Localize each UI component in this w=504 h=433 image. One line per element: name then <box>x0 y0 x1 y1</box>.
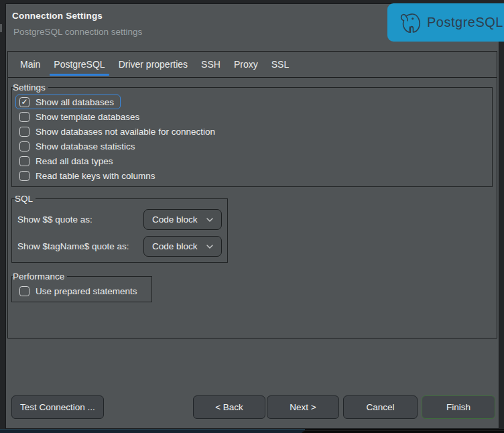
sql-group-legend: SQL <box>15 194 36 204</box>
window-edge-notch <box>0 24 2 32</box>
tab-content: Settings ✓ Show all databases ✓ Show tem… <box>8 78 497 338</box>
postgresql-elephant-icon <box>398 11 421 35</box>
tagname-quote-label: Show $tagName$ quote as: <box>17 241 143 251</box>
checkbox-box: ✓ <box>19 286 29 296</box>
performance-group: Performance ✓ Use prepared statements <box>11 271 152 302</box>
sql-group: SQL Show $$ quote as: Code block Show $t… <box>11 194 228 263</box>
tab-proxy[interactable]: Proxy <box>227 52 265 77</box>
checkbox-box: ✓ <box>19 97 29 107</box>
settings-group-legend: Settings <box>13 82 48 92</box>
connection-settings-dialog: Connection Settings PostgreSQL connectio… <box>5 3 499 429</box>
checkbox-label: Show databases not available for connect… <box>36 127 215 137</box>
test-connection-button[interactable]: Test Connection ... <box>11 395 104 419</box>
tab-ssl[interactable]: SSL <box>265 52 296 77</box>
tab-main[interactable]: Main <box>13 52 47 77</box>
background-window-right <box>302 430 504 433</box>
selected-value: Code block <box>152 214 198 225</box>
checkbox-show-template-databases[interactable]: ✓ Show template databases <box>15 109 146 124</box>
settings-group: Settings ✓ Show all databases ✓ Show tem… <box>11 82 493 187</box>
checkmark-icon: ✓ <box>21 98 27 106</box>
checkbox-label: Show template databases <box>36 112 139 122</box>
dialog-header: Connection Settings PostgreSQL connectio… <box>6 4 499 51</box>
checkbox-label: Read table keys with columns <box>36 171 155 181</box>
cancel-button[interactable]: Cancel <box>343 395 418 419</box>
chevron-down-icon <box>206 244 214 249</box>
checkbox-read-all-data-types[interactable]: ✓ Read all data types <box>15 153 120 168</box>
tab-driver-properties[interactable]: Driver properties <box>112 52 194 77</box>
checkbox-label: Show database statistics <box>36 141 135 151</box>
checkbox-box: ✓ <box>19 156 29 166</box>
checkbox-use-prepared-statements[interactable]: ✓ Use prepared statements <box>15 284 144 298</box>
selected-value: Code block <box>152 241 198 251</box>
checkbox-box: ✓ <box>19 127 29 137</box>
background-window-strip <box>0 429 504 433</box>
checkbox-label: Use prepared statements <box>36 286 137 296</box>
next-button[interactable]: Next > <box>267 395 339 419</box>
dollar-quote-label: Show $$ quote as: <box>17 214 143 225</box>
performance-group-legend: Performance <box>13 271 67 282</box>
back-button[interactable]: < Back <box>193 395 265 419</box>
postgresql-logo: PostgreSQL <box>387 3 504 42</box>
background-window-left <box>0 429 305 433</box>
checkbox-show-databases-not-available[interactable]: ✓ Show databases not available for conne… <box>15 124 222 139</box>
checkbox-read-table-keys[interactable]: ✓ Read table keys with columns <box>15 168 162 183</box>
dialog-footer: Test Connection ... < Back Next > Cancel… <box>6 395 499 428</box>
checkbox-show-all-databases[interactable]: ✓ Show all databases <box>15 95 121 109</box>
tagname-quote-select[interactable]: Code block <box>143 236 222 257</box>
finish-button[interactable]: Finish <box>422 395 495 419</box>
checkbox-box: ✓ <box>19 171 29 181</box>
chevron-down-icon <box>206 217 214 223</box>
tab-ssh[interactable]: SSH <box>194 52 227 77</box>
checkbox-label: Read all data types <box>36 156 113 166</box>
checkbox-box: ✓ <box>19 112 29 122</box>
tab-folder: Main PostgreSQL Driver properties SSH Pr… <box>7 51 497 338</box>
postgresql-logo-text: PostgreSQL <box>427 15 503 30</box>
tab-postgresql[interactable]: PostgreSQL <box>47 52 111 77</box>
checkbox-box: ✓ <box>19 141 29 151</box>
checkbox-show-database-statistics[interactable]: ✓ Show database statistics <box>15 139 142 153</box>
checkbox-label: Show all databases <box>36 97 114 107</box>
tab-bar: Main PostgreSQL Driver properties SSH Pr… <box>8 52 497 78</box>
active-tab-underline <box>50 74 109 76</box>
dollar-quote-select[interactable]: Code block <box>143 209 222 230</box>
